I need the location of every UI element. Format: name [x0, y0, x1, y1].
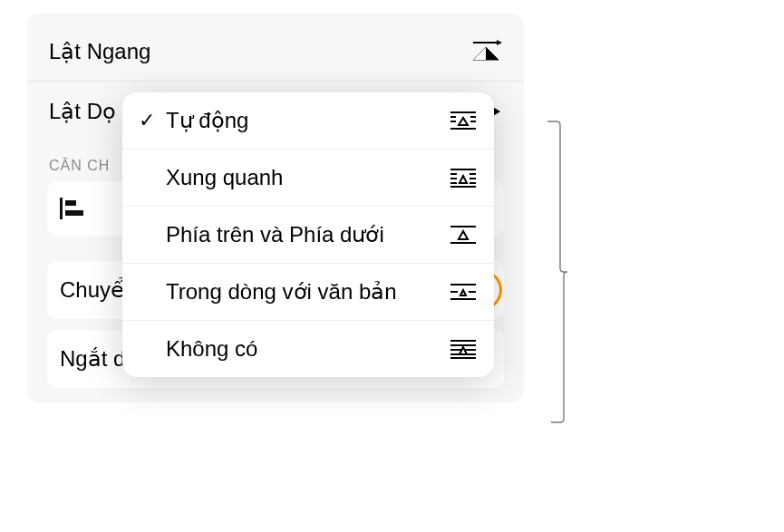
svg-rect-2 [65, 210, 83, 216]
wrap-option-label: Trong dòng với văn bản [166, 278, 441, 305]
svg-rect-0 [60, 198, 63, 219]
callout-bracket [546, 120, 569, 426]
align-left-icon [58, 196, 85, 221]
wrap-option-inline[interactable]: Trong dòng với văn bản [122, 264, 494, 321]
wrap-option-none[interactable]: Không có [122, 321, 494, 377]
flip-horizontal-label: Lật Ngang [49, 39, 150, 64]
flip-horizontal-row[interactable]: Lật Ngang [27, 23, 524, 81]
wrap-option-label: Không có [166, 335, 441, 363]
flip-horizontal-icon [469, 40, 502, 63]
checkmark-icon: ✓ [135, 109, 159, 132]
wrap-auto-option-icon [449, 110, 478, 131]
flip-vertical-label: Lật Dọ [49, 99, 116, 124]
wrap-option-label: Phía trên và Phía dưới [166, 221, 441, 248]
move-with-text-label: Chuyể [60, 277, 124, 303]
wrap-option-label: Tự động [166, 107, 441, 134]
svg-rect-1 [65, 200, 76, 206]
wrap-option-above-below[interactable]: Phía trên và Phía dưới [122, 207, 494, 264]
wrap-around-option-icon [449, 167, 478, 189]
wrap-option-auto[interactable]: ✓ Tự động [122, 92, 494, 150]
wrap-above-below-option-icon [449, 224, 478, 246]
wrap-option-around[interactable]: Xung quanh [122, 150, 494, 207]
wrap-options-popup: ✓ Tự động Xung quanh Phía trên và Phía d… [122, 92, 494, 377]
wrap-inline-option-icon [449, 281, 478, 303]
wrap-option-label: Xung quanh [166, 164, 441, 191]
wrap-none-option-icon [449, 338, 478, 360]
